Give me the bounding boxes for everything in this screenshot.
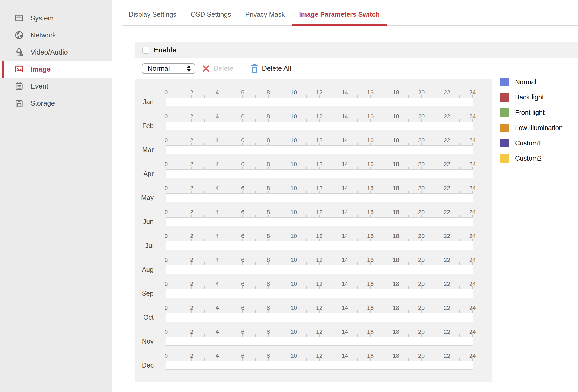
timeline-bar[interactable] (166, 98, 473, 106)
hour-tick (179, 119, 179, 122)
hour-tick-label: 0 (160, 209, 173, 216)
sidebar-item-video-audio[interactable]: Video/Audio (0, 44, 112, 61)
month-label: Jun (135, 217, 154, 226)
hour-tick-label: 8 (262, 257, 275, 264)
hour-tick-label: 2 (185, 233, 198, 240)
hour-tick (281, 239, 281, 241)
hour-tick-label: 6 (236, 137, 249, 144)
tab-label: OSD Settings (191, 11, 231, 18)
hour-tick (434, 215, 434, 217)
hour-tick-label: 6 (236, 257, 249, 264)
hour-tick (408, 239, 409, 241)
hour-tick-label: 10 (287, 89, 300, 96)
sidebar-item-storage[interactable]: Storage (0, 95, 112, 112)
hour-tick (179, 95, 179, 98)
hour-tick (408, 262, 409, 265)
hour-tick-label: 10 (287, 233, 300, 240)
sidebar-item-network[interactable]: Network (0, 27, 112, 44)
hour-tick (230, 334, 230, 337)
timeline-bar[interactable] (166, 241, 473, 250)
hour-tick-label: 22 (441, 161, 453, 168)
timeline-bar[interactable] (166, 217, 473, 226)
timeline-bar[interactable] (166, 265, 473, 274)
hour-tick (281, 310, 281, 313)
sidebar-item-image[interactable]: Image (0, 61, 112, 78)
hour-tick (459, 239, 460, 241)
event-icon (15, 82, 24, 91)
hour-tick (281, 95, 281, 98)
hour-tick-label: 8 (262, 113, 275, 120)
hour-tick (204, 215, 205, 217)
sidebar-item-event[interactable]: Event (0, 78, 112, 95)
month-label: Dec (135, 361, 154, 370)
timeline-bar[interactable] (166, 337, 473, 346)
hour-tick (383, 215, 383, 217)
hour-tick (230, 310, 230, 313)
hour-tick (281, 334, 281, 337)
hour-tick-label: 24 (466, 305, 479, 311)
tab-display-settings[interactable]: Display Settings (122, 3, 183, 25)
timeline-ruler: 024681012141618202224 (166, 352, 473, 361)
hour-tick (204, 286, 205, 289)
parameter-mode-select[interactable]: Normal (142, 63, 195, 74)
hour-tick (332, 167, 332, 169)
legend-swatch (500, 78, 509, 86)
hour-tick-label: 22 (441, 137, 453, 144)
hour-tick-label: 8 (262, 305, 275, 311)
hour-tick-label: 16 (364, 185, 377, 192)
hour-tick (434, 143, 434, 145)
tab-image-parameters-switch[interactable]: Image Parameters Switch (292, 3, 387, 25)
timeline-bar[interactable] (166, 289, 473, 298)
hour-tick-label: 4 (211, 185, 224, 192)
timeline-ruler: 024681012141618202224 (166, 161, 473, 169)
parameter-mode-value: Normal (148, 64, 186, 73)
month-label: Nov (135, 337, 154, 346)
hour-tick (357, 286, 358, 289)
hour-tick-label: 6 (236, 89, 249, 96)
timeline-ruler: 024681012141618202224 (166, 185, 473, 193)
hour-tick (179, 334, 179, 337)
legend-label: Back light (515, 93, 544, 101)
hour-tick (357, 215, 358, 217)
hour-tick (179, 143, 179, 145)
hour-tick (408, 334, 409, 337)
month-label: Mar (135, 145, 154, 154)
hour-tick (306, 239, 307, 241)
hour-tick-label: 8 (262, 137, 275, 144)
month-row-jan: Jan 024681012141618202224 (135, 89, 492, 113)
hour-tick-label: 8 (262, 281, 275, 287)
hour-tick-label: 10 (287, 113, 300, 120)
timeline-bar[interactable] (166, 193, 473, 202)
timeline-bar[interactable] (166, 145, 473, 154)
hour-tick (306, 167, 307, 169)
hour-tick-label: 2 (185, 209, 198, 216)
hour-tick (408, 167, 409, 169)
legend-label: Low Illumination (515, 124, 563, 132)
hour-tick (383, 119, 383, 122)
month-label: Jan (135, 98, 154, 106)
hour-tick (332, 286, 332, 289)
hour-tick (434, 191, 434, 193)
timeline-ruler: 024681012141618202224 (166, 305, 473, 313)
hour-tick-label: 0 (160, 161, 173, 168)
delete-all-button[interactable]: Delete All (250, 64, 291, 73)
hour-tick (383, 286, 383, 289)
sidebar-item-system[interactable]: System (0, 10, 112, 27)
hour-tick-label: 8 (262, 328, 275, 335)
delete-all-button-label: Delete All (262, 64, 291, 73)
hour-tick (306, 358, 307, 361)
hour-tick (204, 358, 205, 361)
timeline-bar[interactable] (166, 313, 473, 322)
timeline-ruler: 024681012141618202224 (166, 257, 473, 265)
timeline-bar[interactable] (166, 169, 473, 178)
delete-button[interactable]: Delete (203, 64, 233, 73)
hour-tick (383, 239, 383, 241)
timeline-bar[interactable] (166, 361, 473, 370)
timeline-bar[interactable] (166, 122, 473, 130)
timeline-ruler: 024681012141618202224 (166, 233, 473, 241)
enable-checkbox[interactable] (142, 47, 149, 54)
tab-privacy-mask[interactable]: Privacy Mask (238, 3, 292, 25)
hour-tick (383, 167, 383, 169)
tab-osd-settings[interactable]: OSD Settings (183, 3, 238, 25)
network-icon (15, 31, 24, 40)
